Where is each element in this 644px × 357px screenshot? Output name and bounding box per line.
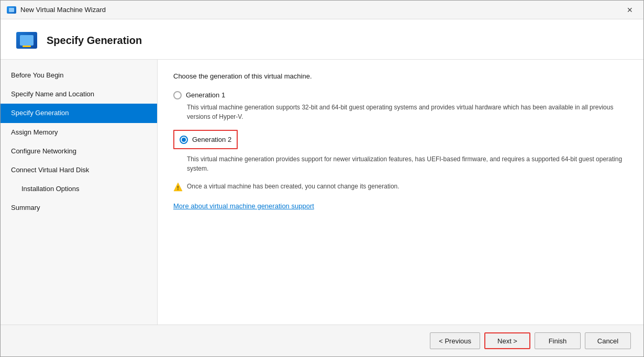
sidebar: Before You Begin Specify Name and Locati… — [1, 60, 158, 325]
cancel-button[interactable]: Cancel — [585, 332, 631, 349]
window-title: New Virtual Machine Wizard — [20, 6, 106, 14]
generation1-description: This virtual machine generation supports… — [187, 103, 628, 121]
sidebar-item-specify-generation[interactable]: Specify Generation — [1, 104, 157, 122]
sidebar-item-connect-vhd[interactable]: Connect Virtual Hard Disk — [1, 161, 157, 180]
footer: < Previous Next > Finish Cancel — [1, 325, 643, 356]
wizard-window: New Virtual Machine Wizard ✕ Specify Gen… — [0, 0, 644, 357]
finish-button[interactable]: Finish — [535, 332, 581, 349]
content-area: Before You Begin Specify Name and Locati… — [1, 60, 643, 325]
generation1-radio-label[interactable]: Generation 1 — [173, 91, 225, 99]
warning-icon: ! — [173, 182, 183, 192]
main-content: Choose the generation of this virtual ma… — [158, 60, 643, 325]
generation2-highlighted-container: Generation 2 — [173, 130, 238, 149]
generation2-radio[interactable] — [180, 136, 188, 144]
more-info-link[interactable]: More about virtual machine generation su… — [173, 202, 314, 210]
title-bar: New Virtual Machine Wizard ✕ — [1, 1, 643, 19]
header-icon — [16, 32, 37, 49]
generation1-label: Generation 1 — [186, 91, 225, 99]
generation2-radio-label[interactable]: Generation 2 — [180, 135, 231, 144]
page-title: Specify Generation — [47, 35, 142, 47]
next-button[interactable]: Next > — [484, 332, 530, 349]
generation2-option-row: Generation 2 — [173, 130, 628, 151]
title-bar-left: New Virtual Machine Wizard — [7, 6, 106, 14]
generation2-label: Generation 2 — [192, 136, 231, 143]
sidebar-item-before-you-begin[interactable]: Before You Begin — [1, 66, 157, 85]
previous-button[interactable]: < Previous — [430, 332, 480, 349]
generation2-description: This virtual machine generation provides… — [187, 154, 628, 173]
sidebar-item-installation-options[interactable]: Installation Options — [1, 180, 157, 198]
sidebar-item-summary[interactable]: Summary — [1, 198, 157, 217]
sidebar-item-specify-name[interactable]: Specify Name and Location — [1, 85, 157, 104]
warning-text: Once a virtual machine has been created,… — [187, 182, 399, 191]
header-section: Specify Generation — [1, 19, 643, 60]
app-icon — [7, 6, 16, 14]
svg-text:!: ! — [177, 185, 179, 191]
sidebar-item-configure-networking[interactable]: Configure Networking — [1, 142, 157, 161]
warning-row: ! Once a virtual machine has been create… — [173, 182, 628, 192]
sidebar-item-assign-memory[interactable]: Assign Memory — [1, 123, 157, 142]
generation1-radio[interactable] — [173, 91, 182, 99]
main-description: Choose the generation of this virtual ma… — [173, 72, 628, 80]
generation1-option-row: Generation 1 — [173, 91, 628, 99]
close-button[interactable]: ✕ — [623, 3, 637, 17]
